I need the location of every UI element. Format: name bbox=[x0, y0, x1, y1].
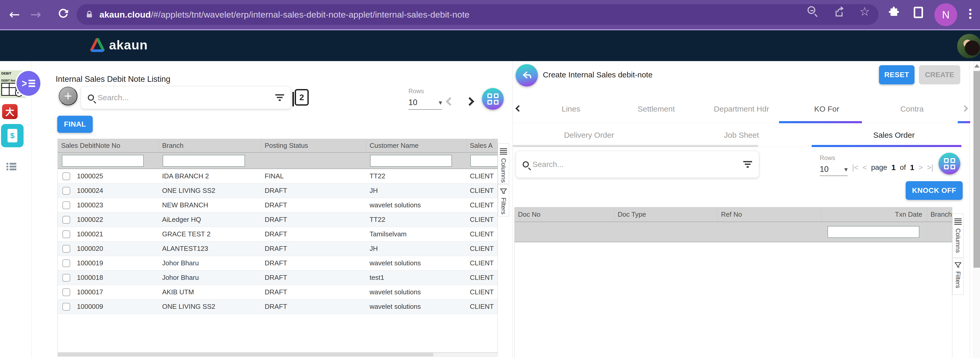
listing-rows-selector[interactable]: Rows 10 ▾ bbox=[409, 88, 442, 110]
tabs-scroll-left-icon[interactable] bbox=[515, 105, 522, 111]
zoom-out-icon[interactable] bbox=[808, 6, 820, 19]
sidebar-item-sales-app[interactable]: $ bbox=[1, 124, 24, 147]
browser-profile-avatar[interactable]: N bbox=[934, 3, 957, 26]
knock-off-button[interactable]: KNOCK OFF bbox=[906, 181, 963, 200]
col-header-txn-date[interactable]: Txn Date bbox=[821, 207, 927, 221]
col-header-ref-no[interactable]: Ref No bbox=[718, 207, 821, 221]
panel-search-input[interactable] bbox=[533, 160, 743, 169]
of-word: of bbox=[900, 163, 906, 172]
subtab-sales-order[interactable]: Sales Order bbox=[818, 123, 970, 147]
row-checkbox[interactable] bbox=[62, 216, 70, 224]
col-header-branch[interactable]: Branch bbox=[927, 207, 952, 221]
panel-filters-tab[interactable]: Filters bbox=[952, 258, 964, 295]
listing-columns-tab[interactable]: Columns bbox=[498, 143, 509, 184]
col-header-sales-debitnote-no[interactable]: Sales DebitNote No bbox=[58, 139, 159, 152]
table-row[interactable]: 1000019 Johor Bharu DRAFT wavelet soluti… bbox=[58, 256, 498, 270]
filter-input-debitnote-no[interactable] bbox=[62, 155, 144, 167]
table-row[interactable]: 1000009 ONE LIVING SS2 DRAFT wavelet sol… bbox=[58, 299, 498, 314]
cell-agent: CLIENT bbox=[466, 274, 498, 282]
scroll-up-arrow-icon[interactable] bbox=[974, 64, 980, 68]
table-row[interactable]: 1000017 AKIB UTM DRAFT wavelet solutions… bbox=[58, 285, 498, 299]
share-icon[interactable] bbox=[834, 5, 846, 18]
col-header-customer-name[interactable]: Customer Name bbox=[366, 139, 466, 152]
create-button[interactable]: CREATE bbox=[919, 65, 960, 84]
side-panel-icon[interactable] bbox=[914, 7, 926, 19]
url-path: /#/applets/tnt/wavelet/erp/internal-sale… bbox=[151, 10, 469, 19]
scrollbar-thumb[interactable] bbox=[974, 71, 980, 268]
filter-input-txn-date[interactable] bbox=[827, 226, 920, 238]
table-row[interactable]: 1000024 ONE LIVING SS2 DRAFT JH CLIENT bbox=[58, 183, 498, 198]
tabs-scroll-right-icon[interactable] bbox=[961, 105, 968, 111]
listing-next-page-icon[interactable] bbox=[465, 97, 474, 106]
first-page-icon[interactable]: |< bbox=[852, 163, 858, 172]
subtab-job-sheet[interactable]: Job Sheet bbox=[665, 123, 818, 147]
col-header-doc-no[interactable]: Doc No bbox=[515, 207, 614, 221]
panel-grid-view-button[interactable] bbox=[939, 153, 960, 175]
table-row[interactable]: 1000020 ALANTEST123 DRAFT JH CLIENT bbox=[58, 242, 498, 256]
col-header-sales-agent[interactable]: Sales A bbox=[466, 139, 498, 152]
filter-list-icon[interactable] bbox=[743, 160, 752, 169]
row-checkbox[interactable] bbox=[62, 288, 70, 296]
table-row[interactable]: 1000021 GRACE TEST 2 DRAFT Tamilselvam C… bbox=[58, 227, 498, 242]
prev-page-icon[interactable]: < bbox=[862, 163, 867, 172]
cell-branch: ONE LIVING SS2 bbox=[159, 302, 261, 310]
cell-posting-status: DRAFT bbox=[261, 288, 366, 296]
panel-columns-tab[interactable]: Columns bbox=[952, 213, 964, 258]
page-vertical-scrollbar[interactable] bbox=[973, 61, 980, 358]
row-checkbox[interactable] bbox=[62, 259, 70, 267]
sidebar-item-red-app[interactable] bbox=[2, 104, 18, 119]
dropdown-caret-icon: ▾ bbox=[844, 165, 848, 173]
row-checkbox[interactable] bbox=[62, 187, 70, 195]
bookmark-star-icon[interactable]: ☆ bbox=[859, 5, 872, 18]
sidebar-expand-badge[interactable]: > bbox=[17, 71, 40, 96]
row-checkbox[interactable] bbox=[62, 245, 70, 253]
filter-input-sales-agent[interactable] bbox=[470, 155, 498, 167]
back-button[interactable] bbox=[515, 64, 538, 86]
listing-grid-view-button[interactable] bbox=[482, 88, 504, 110]
final-filter-button[interactable]: FINAL bbox=[57, 116, 93, 133]
table-row[interactable]: 1000023 NEW BRANCH DRAFT wavelet solutio… bbox=[58, 198, 498, 213]
browser-menu-icon[interactable] bbox=[969, 7, 972, 21]
duplicate-pages-icon[interactable]: 2 bbox=[295, 89, 309, 106]
row-checkbox[interactable] bbox=[62, 172, 70, 180]
tab-contra[interactable]: Contra bbox=[869, 95, 955, 123]
add-record-button[interactable]: + bbox=[59, 87, 78, 105]
subtab-delivery-order[interactable]: Delivery Order bbox=[513, 123, 665, 147]
browser-back-icon[interactable]: ← bbox=[8, 8, 21, 21]
listing-search-input[interactable] bbox=[98, 93, 275, 102]
col-header-posting-status[interactable]: Posting Status bbox=[261, 139, 366, 152]
tab-ko-for[interactable]: KO For bbox=[784, 95, 869, 123]
tab-indicator-stub bbox=[958, 121, 970, 123]
scrollbar-thumb[interactable] bbox=[58, 353, 433, 356]
table-row[interactable]: 1000022 AiLedger HQ DRAFT TT22 CLIENT bbox=[58, 213, 498, 227]
tab-settlement[interactable]: Settlement bbox=[614, 95, 699, 123]
sidebar-item-list-icon[interactable] bbox=[6, 162, 16, 171]
listing-horizontal-scrollbar[interactable] bbox=[57, 353, 498, 357]
user-profile-avatar[interactable] bbox=[957, 33, 980, 59]
cell-agent: CLIENT bbox=[466, 302, 498, 310]
browser-forward-icon[interactable]: → bbox=[29, 8, 43, 21]
table-row[interactable]: 1000018 Johor Bharu DRAFT test1 CLIENT bbox=[58, 270, 498, 285]
row-checkbox[interactable] bbox=[62, 201, 70, 209]
cell-posting-status: DRAFT bbox=[261, 274, 366, 282]
row-checkbox[interactable] bbox=[62, 274, 70, 282]
filter-input-customer-name[interactable] bbox=[370, 155, 452, 167]
next-page-icon[interactable]: > bbox=[918, 163, 923, 172]
last-page-icon[interactable]: >| bbox=[927, 163, 933, 172]
tab-lines[interactable]: Lines bbox=[528, 95, 614, 123]
panel-rows-selector[interactable]: Rows 10 ▾ bbox=[820, 154, 848, 176]
extensions-puzzle-icon[interactable] bbox=[888, 6, 900, 18]
address-bar[interactable]: akaun.cloud/#/applets/tnt/wavelet/erp/in… bbox=[77, 4, 878, 25]
listing-prev-page-icon[interactable] bbox=[446, 97, 455, 106]
filter-input-branch[interactable] bbox=[163, 155, 245, 167]
listing-filters-tab[interactable]: Filters bbox=[498, 184, 509, 216]
table-row[interactable]: 1000025 IDA BRANCH 2 FINAL TT22 CLIENT bbox=[58, 169, 498, 183]
tab-department-hdr[interactable]: Department Hdr bbox=[699, 95, 784, 123]
reset-button[interactable]: RESET bbox=[879, 65, 915, 84]
row-checkbox[interactable] bbox=[62, 303, 70, 310]
col-header-branch[interactable]: Branch bbox=[159, 139, 261, 152]
filter-list-icon[interactable] bbox=[275, 93, 284, 102]
col-header-doc-type[interactable]: Doc Type bbox=[614, 207, 718, 221]
browser-refresh-icon[interactable] bbox=[56, 8, 70, 21]
row-checkbox[interactable] bbox=[62, 231, 70, 238]
